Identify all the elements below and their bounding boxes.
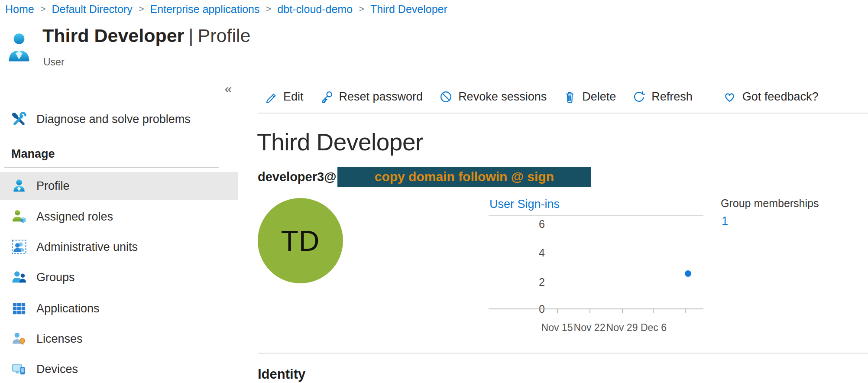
x-axis-tick-label: Nov 29 (606, 322, 638, 334)
edit-button[interactable]: Edit (264, 90, 304, 104)
page-title-name: Third Developer (42, 25, 184, 46)
x-axis-tick-mark (685, 309, 686, 313)
sidebar-item-label: Groups (36, 271, 75, 284)
heart-icon (722, 90, 737, 104)
sidebar-item-label: Assigned roles (36, 210, 113, 224)
toolbar-label: Revoke sessions (458, 90, 547, 104)
breadcrumb-link-default-directory[interactable]: Default Directory (52, 3, 133, 16)
y-axis-tick: 4 (489, 247, 545, 259)
x-axis-line (489, 308, 703, 309)
x-axis-tick-mark (557, 309, 558, 313)
avatar-initials: TD (281, 224, 320, 257)
sidebar-item-label: Diagnose and solve problems (36, 113, 191, 126)
sidebar-item-profile[interactable]: Profile (0, 172, 238, 200)
email-prefix: developer3@ (258, 170, 336, 184)
sidebar-item-applications[interactable]: Applications (0, 295, 238, 322)
block-icon (439, 90, 453, 104)
key-icon (320, 90, 334, 104)
page-title-section: Profile (198, 25, 251, 46)
sidebar-item-label: Profile (36, 179, 70, 193)
sidebar-item-devices[interactable]: Devices (0, 355, 238, 383)
pencil-icon (264, 90, 278, 104)
command-bar: Edit Reset password Revoke sessions (264, 84, 835, 109)
chart-title-link[interactable]: User Sign-ins (489, 198, 560, 211)
avatar: TD (258, 198, 343, 283)
breadcrumb-separator: > (40, 3, 46, 15)
breadcrumb-link-dbt-cloud-demo[interactable]: dbt-cloud-demo (277, 3, 353, 16)
devices-icon (11, 361, 27, 377)
user-profile-page: Home > Default Directory > Enterprise ap… (0, 0, 868, 383)
user-principal-name: developer3@ copy domain followin @ sign (258, 167, 591, 187)
trash-icon (563, 90, 577, 104)
sidebar-item-administrative-units[interactable]: Administrative units (0, 233, 238, 261)
y-axis-tick: 6 (489, 218, 545, 230)
x-axis-tick-label: Nov 15 (541, 322, 573, 334)
admin-units-icon (11, 239, 27, 255)
licenses-icon (11, 331, 27, 347)
reset-password-button[interactable]: Reset password (320, 90, 423, 104)
group-memberships-label: Group memberships (721, 197, 819, 210)
delete-button[interactable]: Delete (563, 90, 616, 104)
groups-icon (11, 269, 27, 285)
sidebar-item-label: Applications (36, 302, 100, 315)
revoke-sessions-button[interactable]: Revoke sessions (439, 90, 547, 104)
email-domain-redaction: copy domain followin @ sign (337, 167, 591, 187)
group-memberships-count-link[interactable]: 1 (722, 214, 728, 228)
x-axis-tick-mark (589, 309, 590, 313)
x-axis-tick-mark (622, 309, 623, 313)
applications-icon (11, 301, 27, 316)
sidebar-item-label: Administrative units (36, 240, 138, 254)
page-title: Third Developer|Profile (42, 25, 250, 46)
sidebar-section-manage: Manage (11, 147, 55, 161)
toolbar-separator (711, 88, 711, 105)
section-divider (258, 353, 868, 354)
sidebar-item-groups[interactable]: Groups (0, 263, 238, 291)
collapse-sidebar-icon[interactable]: « (219, 81, 238, 96)
toolbar-label: Got feedback? (742, 90, 819, 104)
x-axis-tick-label: Nov 22 (574, 322, 606, 334)
toolbar-label: Reset password (339, 90, 423, 104)
x-axis-tick-mark (653, 309, 654, 313)
redaction-note: copy domain followin @ sign (375, 169, 554, 184)
got-feedback-button[interactable]: Got feedback? (722, 90, 819, 104)
user-icon (11, 178, 27, 194)
identity-section-heading: Identity (258, 367, 305, 382)
breadcrumb: Home > Default Directory > Enterprise ap… (5, 2, 447, 16)
toolbar-divider (258, 113, 868, 114)
toolbar-label: Delete (582, 90, 616, 104)
refresh-icon (632, 90, 646, 104)
breadcrumb-separator: > (139, 3, 144, 15)
breadcrumb-separator: > (359, 3, 364, 15)
page-subtitle: User (43, 56, 65, 68)
sidebar-item-label: Licenses (36, 332, 83, 346)
sidebar-item-diagnose[interactable]: Diagnose and solve problems (0, 105, 238, 133)
breadcrumb-link-third-developer[interactable]: Third Developer (370, 3, 447, 16)
page-title-separator: | (184, 25, 198, 46)
user-display-name: Third Developer (257, 128, 423, 156)
toolbar-label: Edit (283, 90, 304, 104)
y-axis-tick: 2 (489, 276, 545, 289)
toolbar-label: Refresh (651, 90, 693, 104)
sidebar-divider (4, 167, 219, 168)
sign-in-data-point (685, 270, 691, 277)
sidebar-item-label: Devices (36, 363, 78, 376)
x-axis-tick-label: Dec 6 (641, 322, 667, 334)
sidebar-item-assigned-roles[interactable]: Assigned roles (0, 203, 238, 230)
breadcrumb-link-enterprise-applications[interactable]: Enterprise applications (150, 3, 260, 16)
breadcrumb-link-home[interactable]: Home (5, 3, 34, 16)
user-sign-ins-chart: User Sign-ins 6 4 2 0 Nov 15 Nov 22 Nov … (489, 195, 703, 340)
breadcrumb-separator: > (266, 3, 272, 15)
assigned-roles-icon (11, 209, 27, 224)
user-icon (8, 32, 30, 62)
sidebar-item-licenses[interactable]: Licenses (0, 325, 238, 353)
chart-title-divider (489, 215, 703, 216)
refresh-button[interactable]: Refresh (632, 90, 693, 104)
tools-icon (11, 111, 27, 127)
